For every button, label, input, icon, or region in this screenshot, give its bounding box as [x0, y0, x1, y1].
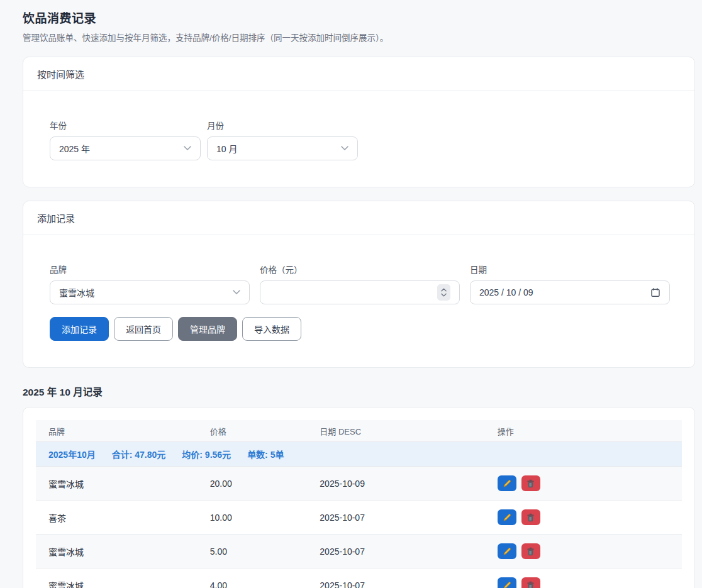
record-price: 5.00: [198, 535, 308, 569]
filter-card-header: 按时间筛选: [23, 57, 694, 91]
record-price: 10.00: [198, 501, 308, 535]
record-date: 2025-10-07: [307, 569, 484, 588]
record-price: 20.00: [198, 467, 308, 501]
record-row: 喜茶 10.00 2025-10-07: [36, 501, 682, 535]
record-date: 2025-10-09: [307, 467, 484, 501]
summary-average: 均价: 9.56元: [182, 448, 231, 460]
price-field: 价格（元）: [260, 263, 460, 304]
year-field: 年份 2025 年: [50, 119, 201, 160]
record-date: 2025-10-07: [307, 501, 484, 535]
column-header-actions: 操作: [485, 420, 682, 442]
records-table-card: 品牌 价格 日期 DESC 操作 2025年10月 合计: 47.80元 均价:…: [23, 407, 695, 588]
trash-icon: [526, 547, 535, 556]
pencil-icon: [503, 513, 511, 522]
trash-icon: [526, 479, 535, 488]
back-home-button[interactable]: 返回首页: [114, 317, 173, 341]
date-label: 日期: [470, 263, 670, 275]
column-header-brand[interactable]: 品牌: [36, 420, 198, 442]
price-label: 价格（元）: [260, 263, 460, 275]
summary-total: 合计: 47.80元: [112, 448, 166, 460]
delete-button[interactable]: [521, 509, 540, 525]
spinner-down-icon: [441, 293, 447, 297]
page-subtitle: 管理饮品账单、快速添加与按年月筛选，支持品牌/价格/日期排序（同一天按添加时间倒…: [23, 31, 695, 43]
record-brand: 蜜雪冰城: [36, 467, 198, 501]
number-spinner[interactable]: [437, 284, 450, 301]
pencil-icon: [503, 547, 511, 556]
record-row: 蜜雪冰城 20.00 2025-10-09: [36, 467, 682, 501]
record-brand: 蜜雪冰城: [36, 569, 198, 588]
date-input-value: 2025 / 10 / 09: [479, 287, 650, 297]
add-record-button[interactable]: 添加记录: [50, 317, 109, 341]
edit-button[interactable]: [498, 475, 516, 491]
form-buttons: 添加记录 返回首页 管理品牌 导入数据: [50, 317, 668, 341]
import-data-button[interactable]: 导入数据: [242, 317, 301, 341]
month-select[interactable]: 10 月: [207, 136, 358, 160]
column-header-date[interactable]: 日期 DESC: [307, 420, 484, 442]
delete-button[interactable]: [521, 543, 540, 559]
edit-button[interactable]: [498, 509, 516, 525]
date-field: 日期 2025 / 10 / 09: [470, 263, 670, 304]
manage-brands-button[interactable]: 管理品牌: [178, 317, 237, 341]
calendar-icon[interactable]: [650, 287, 660, 297]
summary-month: 2025年10月: [48, 448, 96, 460]
delete-button[interactable]: [521, 577, 540, 588]
brand-field: 品牌 蜜雪冰城: [50, 263, 250, 304]
year-select[interactable]: 2025 年: [50, 136, 201, 160]
page: 饮品消费记录 管理饮品账单、快速添加与按年月筛选，支持品牌/价格/日期排序（同一…: [0, 0, 702, 588]
page-title: 饮品消费记录: [23, 9, 695, 26]
filter-card-body: 年份 2025 年 月份 10 月: [23, 91, 694, 187]
brand-select-value: 蜜雪冰城: [59, 286, 233, 299]
edit-button[interactable]: [498, 543, 516, 559]
record-brand: 喜茶: [36, 501, 198, 535]
summary-count: 单数: 5单: [247, 448, 284, 460]
delete-button[interactable]: [521, 475, 540, 491]
month-summary-row: 2025年10月 合计: 47.80元 均价: 9.56元 单数: 5单: [36, 442, 682, 467]
record-row: 蜜雪冰城 4.00 2025-10-07: [36, 569, 682, 588]
spinner-up-icon: [441, 288, 447, 292]
records-section-title: 2025 年 10 月记录: [23, 384, 695, 398]
column-header-price[interactable]: 价格: [198, 420, 308, 442]
add-record-card-title: 添加记录: [37, 213, 75, 224]
add-record-card-body: 品牌 蜜雪冰城 价格（元）: [23, 235, 694, 367]
record-date: 2025-10-07: [307, 535, 484, 569]
edit-button[interactable]: [498, 577, 516, 588]
record-row: 蜜雪冰城 5.00 2025-10-07: [36, 535, 682, 569]
add-record-card-header: 添加记录: [23, 201, 694, 235]
brand-label: 品牌: [50, 263, 250, 275]
record-price: 4.00: [198, 569, 308, 588]
price-input[interactable]: [260, 280, 460, 304]
date-input[interactable]: 2025 / 10 / 09: [470, 280, 670, 304]
chevron-down-icon: [233, 290, 240, 295]
filter-card: 按时间筛选 年份 2025 年 月份 10 月: [23, 57, 695, 187]
table-header-row: 品牌 价格 日期 DESC 操作: [36, 420, 682, 442]
pencil-icon: [503, 581, 511, 588]
year-label: 年份: [50, 119, 201, 131]
pencil-icon: [503, 479, 511, 488]
trash-icon: [526, 513, 535, 522]
month-select-value: 10 月: [216, 142, 341, 155]
year-select-value: 2025 年: [59, 142, 184, 155]
trash-icon: [526, 581, 535, 588]
record-brand: 蜜雪冰城: [36, 535, 198, 569]
month-field: 月份 10 月: [207, 119, 358, 160]
records-table: 品牌 价格 日期 DESC 操作 2025年10月 合计: 47.80元 均价:…: [36, 420, 682, 588]
chevron-down-icon: [184, 146, 191, 151]
brand-select[interactable]: 蜜雪冰城: [50, 280, 250, 304]
filter-card-title: 按时间筛选: [37, 69, 84, 80]
records-tbody: 蜜雪冰城 20.00 2025-10-09: [36, 467, 682, 588]
chevron-down-icon: [341, 146, 348, 151]
month-label: 月份: [207, 119, 358, 131]
add-record-card: 添加记录 品牌 蜜雪冰城 价格（元）: [23, 201, 695, 368]
